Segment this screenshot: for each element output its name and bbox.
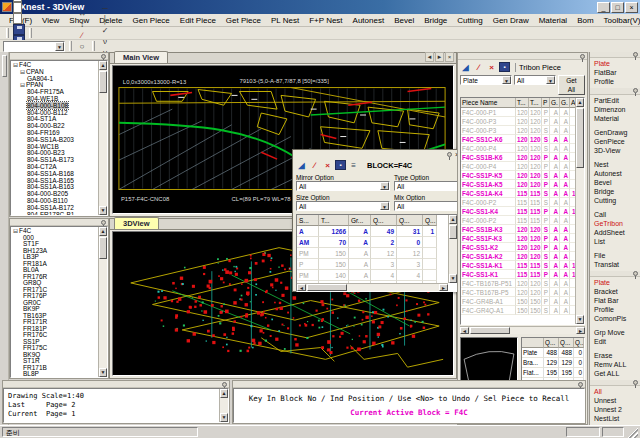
tab-close-icon[interactable]: × xyxy=(445,52,454,62)
side-button[interactable]: AddSheet xyxy=(594,228,640,237)
table-row[interactable]: AM70A 20 xyxy=(297,237,448,248)
F4C-SS1A-K2[interactable]: F4C-SS1A-K2120120 SAA 9 xyxy=(461,252,575,261)
stretch-h-icon[interactable]: ↔ xyxy=(76,8,88,19)
dock-handle[interactable] xyxy=(2,55,7,77)
chevron-down-icon[interactable]: ▼ xyxy=(502,76,511,84)
get-all-button[interactable]: Get All xyxy=(558,75,585,95)
F4C-SS1-K2[interactable]: F4C-SS1-K2120120 PAA 9 xyxy=(461,243,575,252)
side-button[interactable]: Grp Move xyxy=(594,328,640,337)
dialog-table-scrollbar[interactable]: ▲ ▼ xyxy=(448,215,457,283)
pin-icon[interactable] xyxy=(222,382,227,387)
side-button[interactable]: Dimenzon xyxy=(594,105,640,114)
F4C-000-P3[interactable]: F4C-000-P3120120 PAA 4 xyxy=(461,117,575,126)
side-button[interactable]: Cutting xyxy=(594,196,640,205)
side-button[interactable]: File xyxy=(594,251,640,260)
F4C-SS1P-K5[interactable]: F4C-SS1P-K5120120 SAA 9 xyxy=(461,171,575,180)
pin-icon[interactable] xyxy=(633,52,638,57)
stretch-v-icon[interactable]: ↕ xyxy=(76,19,88,30)
close-button[interactable]: × xyxy=(625,2,638,13)
tree-item[interactable]: BL8P xyxy=(13,371,98,377)
page-next-icon[interactable] xyxy=(13,2,22,13)
scroll-up-icon[interactable]: ▲ xyxy=(99,61,107,70)
material-filter-combobox[interactable]: Plate▼ xyxy=(460,75,512,85)
tree-scrollbar[interactable]: ▲ ▼ xyxy=(98,227,107,377)
side-button[interactable]: Translat xyxy=(594,260,640,269)
pin-icon[interactable] xyxy=(578,382,583,387)
scroll-thumb[interactable] xyxy=(99,71,107,93)
scroll-down-icon[interactable]: ▼ xyxy=(99,206,107,215)
scroll-up-icon[interactable]: ▲ xyxy=(449,215,457,224)
type-filter-combobox[interactable]: All▼ xyxy=(514,75,556,85)
side-button[interactable]: Bevel xyxy=(594,178,640,187)
collapse-icon[interactable]: ⊟ xyxy=(13,228,18,235)
save-icon[interactable]: ▪ xyxy=(499,62,510,72)
menu-item[interactable]: Edit Piece xyxy=(175,16,221,25)
side-button[interactable]: Unnest xyxy=(594,396,640,405)
F4C-TB167B-P51[interactable]: F4C-TB167B-P51120120 SAA 2 xyxy=(461,279,575,288)
scroll-up-icon[interactable]: ▲ xyxy=(576,98,584,107)
menu-item[interactable]: Cutting xyxy=(452,16,487,25)
menu-item[interactable]: Bevel xyxy=(389,16,419,25)
side-button[interactable]: All xyxy=(594,387,640,396)
side-button[interactable]: GeTribon xyxy=(594,219,640,228)
table-row[interactable]: PM150A 1212 xyxy=(297,248,448,259)
scroll-thumb[interactable] xyxy=(307,284,347,291)
menu-item[interactable]: Autonest xyxy=(348,16,390,25)
mirror-option-combobox[interactable]: All▼ xyxy=(296,181,390,191)
scroll-thumb[interactable] xyxy=(576,108,584,168)
side-button[interactable]: PartEdit xyxy=(594,96,640,105)
tab-next-icon[interactable]: ► xyxy=(435,52,444,62)
side-button[interactable]: Flat Bar xyxy=(594,296,640,305)
page-go-icon[interactable] xyxy=(13,13,22,24)
side-button[interactable]: Profile xyxy=(594,77,640,86)
scroll-right-icon[interactable]: ► xyxy=(439,284,448,291)
menu-item[interactable]: View xyxy=(37,16,64,25)
pin-icon[interactable] xyxy=(101,220,106,225)
toolbar-grip[interactable] xyxy=(92,41,95,51)
F4C-SS1A-K1[interactable]: F4C-SS1A-K1115115 SAA 10 xyxy=(461,261,575,270)
side-button[interactable]: Material xyxy=(594,114,640,123)
scroll-up-icon[interactable]: ▲ xyxy=(99,227,107,236)
hline-icon[interactable]: ─ xyxy=(99,3,111,14)
menu-item[interactable]: Gen Draw xyxy=(488,16,534,25)
collapse-icon[interactable]: ⊟ xyxy=(20,82,25,89)
edit-icon[interactable]: ∕ xyxy=(473,62,484,72)
menu-item[interactable]: Toolbar(V) xyxy=(599,16,640,25)
zoom-icon[interactable]: ◢ xyxy=(460,62,471,72)
F4C-SS1A-K4[interactable]: F4C-SS1A-K4115115 SAA 10 xyxy=(461,189,575,198)
side-button[interactable]: Get ALL xyxy=(594,369,640,378)
side-button[interactable]: GenDrawg xyxy=(594,128,640,137)
tab-prev-icon[interactable]: ◄ xyxy=(425,52,434,62)
resize-grip[interactable] xyxy=(626,426,638,438)
F4C-SS1-K1[interactable]: F4C-SS1-K1115115 PAA 10 xyxy=(461,270,575,279)
side-button[interactable]: NestList xyxy=(594,414,640,423)
info-scrollbar[interactable]: ▲ ▼ xyxy=(219,389,228,422)
F4C-SS1C-K6[interactable]: F4C-SS1C-K6120120 SAA 9 xyxy=(461,135,575,144)
F4C-000-P2[interactable]: F4C-000-P2115115 PAA 4 xyxy=(461,216,575,225)
F4C-GR4Q-A1[interactable]: F4C-GR4Q-A1150150 SAA 4 xyxy=(461,306,575,315)
side-button[interactable]: Plate xyxy=(594,278,640,287)
tree-item[interactable]: 804-FR178C-B1 xyxy=(13,212,98,215)
layer-combobox[interactable]: ▼ xyxy=(3,41,65,52)
F4C-GR4B-A1[interactable]: F4C-GR4B-A1150150 PAA 4 xyxy=(461,297,575,306)
delete-icon[interactable]: × xyxy=(486,62,497,72)
side-button[interactable]: Bridge xyxy=(594,187,640,196)
scroll-down-icon[interactable]: ▼ xyxy=(99,368,107,377)
scroll-down-icon[interactable]: ▼ xyxy=(576,315,584,324)
collapse-icon[interactable]: ⊟ xyxy=(20,69,25,76)
table-row[interactable]: P150A 33 xyxy=(297,259,448,270)
scroll-left-icon[interactable]: ◄ xyxy=(460,327,469,334)
dialog-table-hscrollbar[interactable]: ◄ ► xyxy=(297,283,448,291)
save-icon[interactable] xyxy=(13,24,25,35)
F4C-SS1F-K3[interactable]: F4C-SS1F-K3120120 PAA 7 xyxy=(461,234,575,243)
scroll-left-icon[interactable]: ◄ xyxy=(297,284,306,291)
pin-icon[interactable] xyxy=(633,88,638,93)
delete-icon[interactable]: × xyxy=(322,160,333,170)
spline-icon[interactable]: ν xyxy=(99,36,111,47)
scroll-thumb[interactable] xyxy=(99,237,107,259)
save-icon[interactable]: ▪ xyxy=(335,160,346,170)
F4C-000-P2[interactable]: F4C-000-P2115115 SAA 4 xyxy=(461,198,575,207)
scroll-down-icon[interactable]: ▼ xyxy=(449,274,457,283)
pin-icon[interactable] xyxy=(580,54,585,59)
F4C-TB167B-P5[interactable]: F4C-TB167B-P5120120 PAA 2 xyxy=(461,288,575,297)
